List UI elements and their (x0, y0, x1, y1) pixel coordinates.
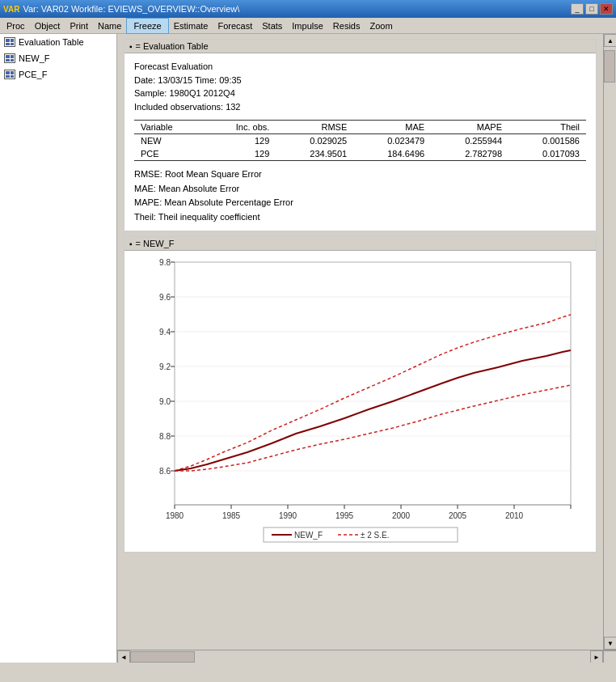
footnote-theil: Theil: Theil inequality coefficient (134, 210, 586, 225)
sidebar-label-pce: PCE_F (19, 70, 47, 79)
eval-title: Forecast Evaluation (134, 60, 586, 74)
vertical-scrollbar[interactable]: ▲ ▼ (603, 34, 616, 650)
new-f-section-header: ▪ = NEW_F (124, 237, 596, 251)
sidebar-item-new-f[interactable]: NEW_F (0, 50, 116, 66)
row2-var: PCE (134, 147, 204, 161)
row1-rmse: 0.029025 (276, 134, 353, 148)
eval-date: Date: 13/03/15 Time: 09:35 (134, 74, 586, 87)
y-label-92: 9.2 (159, 362, 171, 371)
eval-data-table: Variable Inc. obs. RMSE MAE MAPE Theil (134, 120, 586, 161)
y-label-86: 8.6 (159, 467, 171, 476)
eval-section-header: ▪ = Evaluation Table (124, 40, 596, 53)
eval-section-label: = Evaluation Table (136, 41, 209, 51)
row1-mae: 0.023479 (353, 134, 431, 148)
row2-mape: 2.782798 (431, 147, 508, 161)
h-scroll-thumb[interactable] (130, 651, 195, 663)
x-label-1990: 1990 (278, 511, 297, 520)
menu-proc[interactable]: Proc (2, 19, 30, 32)
menu-zoom[interactable]: Zoom (365, 19, 397, 32)
col-mae: MAE (353, 121, 431, 134)
menu-name[interactable]: Name (93, 19, 126, 32)
table-row: NEW 129 0.029025 0.023479 0.255944 0.001… (134, 134, 586, 148)
footnote-mape: MAPE: Mean Absolute Percentage Error (134, 196, 586, 210)
x-label-2005: 2005 (448, 511, 466, 520)
menu-resids[interactable]: Resids (328, 19, 365, 32)
row1-var: NEW (134, 134, 204, 148)
sidebar-label-eval: Evaluation Table (19, 37, 84, 47)
table-row: PCE 129 234.9501 184.6496 2.782798 0.017… (134, 147, 586, 161)
menu-stats[interactable]: Stats (257, 19, 287, 32)
window-controls: _ □ ✕ (571, 3, 613, 15)
row2-inc: 129 (204, 147, 276, 161)
eval-section-content: Forecast Evaluation Date: 13/03/15 Time:… (124, 53, 596, 231)
y-label-90: 9.0 (159, 397, 171, 406)
col-rmse: RMSE (276, 121, 353, 134)
row2-theil: 0.017093 (508, 147, 586, 161)
eval-info: Forecast Evaluation Date: 13/03/15 Time:… (134, 60, 586, 113)
menu-freeze[interactable]: Freeze (126, 18, 168, 34)
row1-inc: 129 (204, 134, 276, 148)
table-icon-pce (3, 68, 16, 81)
scroll-thumb[interactable] (604, 50, 615, 83)
row2-mae: 184.6496 (353, 147, 431, 161)
maximize-button[interactable]: □ (585, 3, 598, 15)
y-label-96: 9.6 (159, 293, 171, 302)
new-f-section-label: = NEW_F (136, 239, 175, 248)
menu-print[interactable]: Print (65, 19, 93, 32)
footnote-mae: MAE: Mean Absolute Error (134, 182, 586, 197)
resize-corner (603, 650, 616, 663)
new-f-collapse-icon[interactable]: ▪ (129, 239, 133, 248)
content-inner[interactable]: ▪ = Evaluation Table Forecast Evaluation… (117, 34, 603, 650)
scroll-up-button[interactable]: ▲ (604, 34, 616, 47)
sidebar-item-evaluation-table[interactable]: Evaluation Table (0, 34, 116, 50)
x-label-1985: 1985 (222, 511, 240, 520)
menu-estimate[interactable]: Estimate (169, 19, 213, 32)
chart-inner: 9.8 9.6 9.4 9.2 9.0 8.8 8.6 (124, 251, 596, 552)
y-label-94: 9.4 (159, 328, 171, 337)
sidebar-label-new: NEW_F (19, 53, 50, 63)
menu-impulse[interactable]: Impulse (287, 19, 328, 32)
close-button[interactable]: ✕ (600, 3, 613, 15)
evaluation-table-section: ▪ = Evaluation Table Forecast Evaluation… (124, 39, 597, 231)
table-icon-new (3, 52, 16, 65)
eval-collapse-icon[interactable]: ▪ (129, 42, 133, 51)
footnotes: RMSE: Root Mean Square Error MAE: Mean A… (134, 167, 586, 224)
col-theil: Theil (508, 121, 586, 134)
scroll-right-button[interactable]: ► (590, 650, 603, 663)
y-label-88: 8.8 (159, 432, 171, 441)
legend-new-f-label: NEW_F (294, 531, 323, 540)
main-area: Evaluation Table NEW_F (0, 34, 616, 663)
x-label-2000: 2000 (391, 511, 410, 520)
menu-object[interactable]: Object (30, 19, 65, 32)
scroll-left-button[interactable]: ◄ (117, 650, 130, 663)
sidebar-item-pce-f[interactable]: PCE_F (0, 66, 116, 83)
row1-theil: 0.001586 (508, 134, 586, 148)
row1-mape: 0.255944 (431, 134, 508, 148)
col-variable: Variable (134, 121, 204, 134)
table-icon-eval (3, 36, 16, 49)
bottom-spacer (117, 557, 603, 574)
menu-forecast[interactable]: Forecast (213, 19, 257, 32)
app-logo: VAR (3, 5, 19, 14)
footnote-rmse: RMSE: Root Mean Square Error (134, 167, 586, 182)
sidebar: Evaluation Table NEW_F (0, 34, 117, 663)
row2-rmse: 234.9501 (276, 147, 353, 161)
title-bar: VAR Var: VAR02 Workfile: EVIEWS_OVERVIEW… (0, 0, 616, 18)
h-scroll-track (130, 650, 590, 663)
eval-obs: Included observations: 132 (134, 100, 586, 114)
window-title: Var: VAR02 Workfile: EVIEWS_OVERVIEW::Ov… (23, 4, 239, 14)
new-f-svg-chart: 9.8 9.6 9.4 9.2 9.0 8.8 8.6 (134, 254, 587, 545)
y-label-98: 9.8 (159, 258, 171, 267)
eval-sample: Sample: 1980Q1 2012Q4 (134, 87, 586, 100)
col-mape: MAPE (431, 121, 508, 134)
minimize-button[interactable]: _ (571, 3, 584, 15)
horizontal-scrollbar[interactable]: ◄ ► (117, 650, 616, 663)
scroll-down-button[interactable]: ▼ (604, 637, 616, 650)
menu-bar: Proc Object Print Name Freeze Estimate F… (0, 18, 616, 34)
x-label-2010: 2010 (504, 511, 523, 520)
new-f-chart-section: ▪ = NEW_F 9.8 9.6 9.4 9.2 (124, 236, 597, 553)
legend-se-label: ± 2 S.E. (361, 531, 390, 540)
scroll-track[interactable] (604, 47, 616, 637)
content-wrapper: ▪ = Evaluation Table Forecast Evaluation… (117, 34, 616, 663)
x-label-1980: 1980 (165, 511, 184, 520)
